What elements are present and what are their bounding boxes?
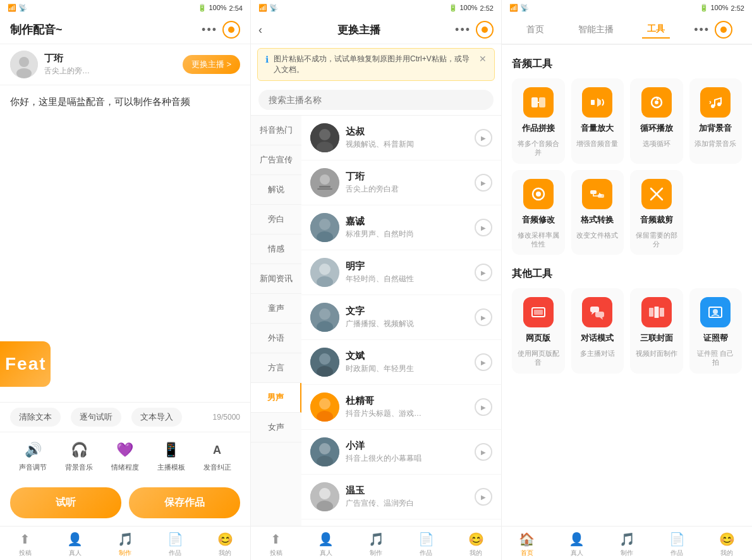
nav-submit[interactable]: ⬆ 投稿 bbox=[0, 532, 50, 557]
cat-foreign[interactable]: 外语 bbox=[251, 324, 301, 353]
p2-nav-works[interactable]: 📄 作品 bbox=[401, 532, 451, 557]
battery-icon-2: 🔋 100% bbox=[449, 4, 477, 12]
cat-female-voice[interactable]: 女声 bbox=[251, 413, 301, 442]
p3-nav-produce[interactable]: 🎵 制作 bbox=[602, 532, 652, 557]
tool-dialog-desc: 多主播对话 bbox=[580, 349, 615, 358]
tool-web[interactable]: 网页版 使用网页版配音 bbox=[512, 288, 565, 374]
tool-bgm[interactable]: 加背景音 添加背景音乐 bbox=[689, 78, 743, 164]
host-item-wenyu[interactable]: 温玉 广告宣传、温润旁白 ▶ bbox=[301, 475, 501, 520]
voice-adjust-tool[interactable]: 🔊 声音调节 bbox=[10, 440, 56, 472]
p2-nav-produce[interactable]: 🎵 制作 bbox=[351, 532, 401, 557]
p2-nav-real[interactable]: 👤 真人 bbox=[301, 532, 351, 557]
cat-dialect[interactable]: 方言 bbox=[251, 353, 301, 383]
p3-nav-works[interactable]: 📄 作品 bbox=[652, 532, 702, 557]
emotion-tool[interactable]: 💜 情绪程度 bbox=[102, 440, 149, 472]
host-item-wenbin[interactable]: 文斌 时政新闻、年轻男生 ▶ bbox=[301, 340, 501, 385]
host-avatar-xiaoyang bbox=[310, 437, 339, 466]
more-options-icon-3[interactable]: ••• bbox=[694, 23, 710, 37]
p2-nav-submit[interactable]: ⬆ 投稿 bbox=[251, 532, 301, 557]
host-item-dashu[interactable]: 达叔 视频解说、科普新闻 ▶ bbox=[301, 116, 501, 161]
play-button-dashu[interactable]: ▶ bbox=[475, 129, 492, 147]
change-host-button[interactable]: 更换主播 > bbox=[183, 55, 240, 74]
tool-cover[interactable]: 三联封面 视频封面制作 bbox=[630, 288, 683, 374]
nav-real-person[interactable]: 👤 真人 bbox=[50, 532, 100, 557]
p2-nav-mine[interactable]: 😊 我的 bbox=[451, 532, 501, 557]
tool-modify[interactable]: 音频修改 修改采样率属性性 bbox=[512, 170, 565, 255]
cat-douyinhotmen[interactable]: 抖音热门 bbox=[251, 116, 301, 145]
host-desc-mingyu: 年轻时尚、自然磁性 bbox=[346, 274, 468, 284]
more-options-icon[interactable]: ••• bbox=[202, 23, 217, 37]
tool-id-photo[interactable]: 证照帮 证件照 自己拍 bbox=[689, 288, 743, 374]
tool-dialog[interactable]: 对话模式 多主播对话 bbox=[571, 288, 624, 374]
p3-works-label: 作品 bbox=[670, 549, 683, 557]
save-button[interactable]: 保存作品 bbox=[129, 487, 240, 518]
tool-loop[interactable]: 循环播放 选项循环 bbox=[630, 78, 683, 164]
listen-sentence-button[interactable]: 逐句试听 bbox=[71, 408, 121, 427]
tool-merge[interactable]: 作品拼接 将多个音频合并 bbox=[512, 78, 565, 164]
tab-home[interactable]: 首页 bbox=[521, 21, 549, 38]
host-desc-xiaoyang: 抖音上很火的小幕幕唱 bbox=[346, 453, 468, 464]
host-name-jiacheng: 嘉诚 bbox=[346, 216, 468, 228]
tool-trim[interactable]: 音频裁剪 保留需要的部分 bbox=[630, 170, 683, 255]
listen-button[interactable]: 试听 bbox=[10, 487, 121, 518]
nav-produce[interactable]: 🎵 制作 bbox=[100, 532, 150, 557]
toast-close-button[interactable]: ✕ bbox=[479, 54, 487, 64]
p3-nav-mine[interactable]: 😊 我的 bbox=[702, 532, 752, 557]
panel2-header-right: ••• bbox=[455, 21, 494, 39]
tool-merge-desc: 将多个音频合并 bbox=[517, 139, 560, 157]
more-options-icon-2[interactable]: ••• bbox=[455, 23, 471, 37]
search-input[interactable] bbox=[258, 90, 494, 110]
play-button-mingyu[interactable]: ▶ bbox=[475, 264, 492, 281]
host-template-tool[interactable]: 📱 主播模板 bbox=[148, 440, 194, 472]
host-desc-wenyu: 广告宣传、温润旁白 bbox=[346, 498, 468, 509]
cat-commentary[interactable]: 解说 bbox=[251, 175, 301, 205]
play-button-dujinge[interactable]: ▶ bbox=[475, 398, 492, 416]
tool-format[interactable]: 格式转换 改变文件格式 bbox=[571, 170, 624, 255]
tool-loop-desc: 选项循环 bbox=[643, 139, 670, 148]
cat-news[interactable]: 新闻资讯 bbox=[251, 264, 301, 294]
host-item-dujinge[interactable]: 杜精哥 抖音片头标题、游戏… ▶ bbox=[301, 385, 501, 430]
text-input[interactable]: 你好，这里是嗝盐配音，可以制作各种音频 bbox=[10, 94, 240, 259]
svg-point-19 bbox=[319, 308, 331, 320]
panel3-tabs: 首页 智能主播 工具 ••• bbox=[502, 16, 752, 45]
tab-tools[interactable]: 工具 bbox=[642, 21, 670, 39]
import-text-button[interactable]: 文本导入 bbox=[131, 408, 182, 427]
panel1-header-icons: ••• bbox=[202, 21, 240, 39]
play-button-wenbin[interactable]: ▶ bbox=[475, 353, 492, 371]
tool-dialog-name: 对话模式 bbox=[581, 332, 614, 344]
host-item-xiaoyang[interactable]: 小洋 抖音上很火的小幕幕唱 ▶ bbox=[301, 430, 501, 475]
host-item-dingpan[interactable]: 丁珩 舌尖上的旁白君 ▶ bbox=[301, 161, 501, 205]
back-button[interactable]: ‹ bbox=[258, 23, 262, 37]
cat-advertising[interactable]: 广告宣传 bbox=[251, 145, 301, 175]
play-button-wenyu[interactable]: ▶ bbox=[475, 488, 492, 506]
p3-nav-real[interactable]: 👤 真人 bbox=[552, 532, 602, 557]
host-item-jiacheng[interactable]: 嘉诚 标准男声、自然时尚 ▶ bbox=[301, 205, 501, 250]
record-button-2[interactable] bbox=[476, 21, 494, 39]
audio-tools-title: 音频工具 bbox=[512, 58, 742, 71]
clear-text-button[interactable]: 清除文本 bbox=[10, 408, 61, 427]
nav-works[interactable]: 📄 作品 bbox=[150, 532, 200, 557]
host-item-mingyu[interactable]: 明宇 年轻时尚、自然磁性 ▶ bbox=[301, 250, 501, 295]
nav-mine[interactable]: 😊 我的 bbox=[200, 532, 250, 557]
tab-smart-host[interactable]: 智能主播 bbox=[573, 21, 619, 38]
record-button[interactable] bbox=[222, 21, 240, 39]
tool-volume[interactable]: 音量放大 增强音频音量 bbox=[571, 78, 624, 164]
svg-rect-34 bbox=[531, 97, 538, 107]
pronunciation-tool[interactable]: A 发音纠正 bbox=[194, 440, 240, 472]
cat-narration[interactable]: 旁白 bbox=[251, 205, 301, 234]
host-item-wenzi[interactable]: 文字 广播播报、视频解说 ▶ bbox=[301, 295, 501, 340]
play-button-xiaoyang[interactable]: ▶ bbox=[475, 443, 492, 461]
cat-male-voice[interactable]: 男声 bbox=[251, 383, 301, 413]
cat-emotion[interactable]: 情感 bbox=[251, 234, 301, 264]
play-button-jiacheng[interactable]: ▶ bbox=[475, 219, 492, 236]
bgm-tool[interactable]: 🎧 背景音乐 bbox=[56, 440, 102, 472]
record-button-3[interactable] bbox=[715, 21, 732, 39]
svg-rect-43 bbox=[590, 190, 597, 194]
emotion-label: 情绪程度 bbox=[111, 463, 139, 472]
cat-child-voice[interactable]: 童声 bbox=[251, 294, 301, 324]
status-bar-1: 📶 📡 🔋 100% 2:54 bbox=[0, 0, 250, 16]
p3-nav-home[interactable]: 🏠 首页 bbox=[502, 532, 552, 557]
play-button-dingpan[interactable]: ▶ bbox=[475, 174, 492, 192]
voice-adjust-label: 声音调节 bbox=[19, 463, 47, 472]
play-button-wenzi[interactable]: ▶ bbox=[475, 308, 492, 326]
